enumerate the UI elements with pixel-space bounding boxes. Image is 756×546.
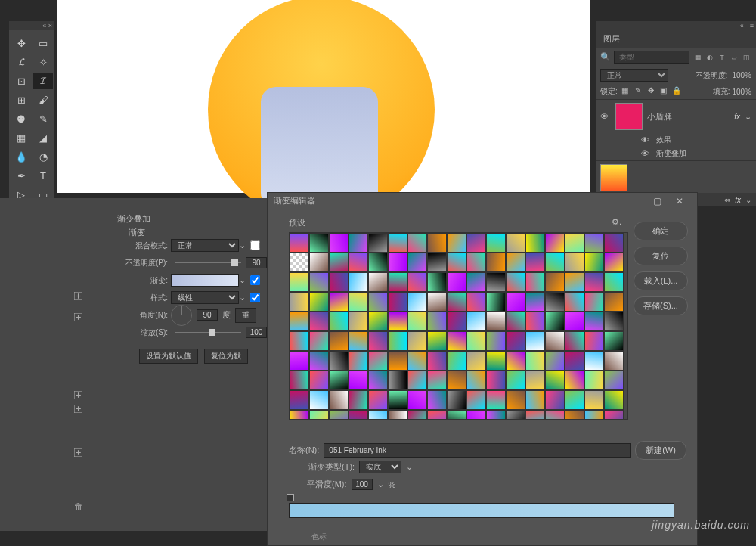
preset-swatch[interactable]	[427, 233, 447, 253]
collapse-icon[interactable]: «	[740, 22, 744, 29]
preset-swatch[interactable]	[506, 312, 525, 331]
lasso-tool[interactable]: 𝓛	[11, 54, 31, 70]
preset-swatch[interactable]	[545, 272, 565, 292]
preset-swatch[interactable]	[329, 312, 349, 331]
lock-brush-icon[interactable]: ✎	[633, 86, 643, 97]
preset-swatch[interactable]	[309, 272, 329, 292]
gradient-bar[interactable]	[289, 503, 674, 518]
chevron-down-icon[interactable]: ⌄	[406, 462, 413, 472]
preset-swatch[interactable]	[407, 233, 427, 253]
preset-swatch[interactable]	[290, 371, 309, 390]
preset-swatch[interactable]	[545, 351, 565, 371]
preset-swatch[interactable]	[329, 390, 349, 410]
preset-swatch[interactable]	[447, 351, 466, 371]
preset-swatch[interactable]	[309, 410, 329, 420]
preset-swatch[interactable]	[388, 331, 407, 351]
dodge-tool[interactable]: ◔	[33, 148, 53, 165]
gradient-tool[interactable]: ▦	[11, 129, 31, 146]
preset-swatch[interactable]	[447, 253, 466, 272]
preset-swatch[interactable]	[368, 390, 388, 410]
new-button[interactable]: 新建(W)	[635, 441, 686, 460]
preset-swatch[interactable]	[309, 233, 329, 253]
preset-swatch[interactable]	[407, 351, 427, 371]
preset-swatch[interactable]	[349, 292, 368, 312]
eraser-tool[interactable]: ◢	[33, 129, 53, 146]
layers-tab[interactable]: 图层	[596, 30, 756, 48]
preset-swatch[interactable]	[427, 331, 447, 351]
dialog-titlebar[interactable]: 渐变编辑器 ▢ ✕	[268, 193, 697, 209]
preset-swatch[interactable]	[466, 331, 486, 351]
preset-swatch[interactable]	[486, 410, 506, 420]
preset-swatch[interactable]	[368, 410, 388, 420]
filter-type-icon[interactable]: T	[717, 52, 727, 63]
preset-swatch[interactable]	[309, 371, 329, 390]
ok-button[interactable]: 确定	[634, 222, 688, 240]
preset-swatch[interactable]	[290, 292, 309, 312]
lock-position-icon[interactable]: ✥	[646, 86, 656, 97]
preset-swatch[interactable]	[506, 390, 525, 410]
preset-swatch[interactable]	[290, 351, 309, 371]
preset-swatch[interactable]	[407, 253, 427, 272]
healing-tool[interactable]: ✎	[33, 110, 53, 127]
preset-swatch[interactable]	[368, 253, 388, 272]
preset-swatch[interactable]	[506, 371, 525, 390]
preset-swatch[interactable]	[466, 410, 486, 420]
blur-tool[interactable]: 💧	[11, 148, 31, 165]
preset-swatch[interactable]	[565, 312, 584, 331]
opacity-slider[interactable]	[175, 262, 241, 263]
preset-swatch[interactable]	[447, 272, 466, 292]
preset-swatch[interactable]	[565, 331, 584, 351]
preset-swatch[interactable]	[604, 233, 624, 253]
preset-swatch[interactable]	[427, 312, 447, 331]
preset-swatch[interactable]	[565, 410, 584, 420]
chevron-down-icon[interactable]: ⌄	[745, 112, 751, 122]
preset-swatch[interactable]	[604, 351, 624, 371]
preset-swatch[interactable]	[604, 272, 624, 292]
preset-swatch[interactable]	[466, 371, 486, 390]
preset-swatch[interactable]	[368, 371, 388, 390]
preset-swatch[interactable]	[349, 272, 368, 292]
preset-swatch[interactable]	[486, 331, 506, 351]
preset-swatch[interactable]	[604, 292, 624, 312]
preset-swatch[interactable]	[349, 410, 368, 420]
gradient-style-select[interactable]: 线性	[171, 291, 239, 304]
layer-item-shield[interactable]: 👁 小盾牌 fx ⌄	[596, 99, 756, 133]
preset-swatch[interactable]	[368, 351, 388, 371]
preset-swatch[interactable]	[290, 272, 309, 292]
crop-tool[interactable]: ⊡	[11, 73, 31, 89]
preset-swatch[interactable]	[565, 272, 584, 292]
preset-swatch[interactable]	[466, 351, 486, 371]
preset-swatch[interactable]	[329, 233, 349, 253]
preset-swatch[interactable]	[466, 253, 486, 272]
save-button[interactable]: 存储(S)...	[634, 296, 688, 315]
preset-swatch[interactable]	[290, 312, 309, 331]
preset-swatch[interactable]	[506, 272, 525, 292]
layer-item-2[interactable]	[596, 160, 756, 194]
preset-swatch[interactable]	[407, 292, 427, 312]
preset-swatch[interactable]	[427, 371, 447, 390]
cancel-button[interactable]: 复位	[634, 247, 688, 265]
preset-swatch[interactable]	[309, 331, 329, 351]
blend-mode-select[interactable]: 正常	[171, 239, 239, 252]
preset-swatch[interactable]	[309, 312, 329, 331]
preset-swatch[interactable]	[349, 253, 368, 272]
preset-swatch[interactable]	[545, 331, 565, 351]
load-button[interactable]: 载入(L)...	[634, 271, 688, 290]
reverse-checkbox[interactable]	[250, 275, 260, 285]
preset-swatch[interactable]	[309, 292, 329, 312]
preset-swatch[interactable]	[584, 312, 604, 331]
preset-swatch[interactable]	[427, 390, 447, 410]
preset-swatch[interactable]	[604, 331, 624, 351]
preset-swatch[interactable]	[290, 233, 309, 253]
preset-swatch[interactable]	[525, 272, 545, 292]
reset-angle-button[interactable]: 重	[235, 308, 256, 323]
preset-swatch[interactable]	[604, 312, 624, 331]
preset-swatch[interactable]	[584, 351, 604, 371]
chevron-down-icon[interactable]: ⌄	[745, 196, 751, 204]
layers-panel-header[interactable]: «≡	[596, 21, 756, 30]
preset-swatch[interactable]	[447, 410, 466, 420]
preset-swatch[interactable]	[309, 390, 329, 410]
gradient-type-select[interactable]: 实底	[359, 461, 401, 473]
preset-swatch[interactable]	[545, 371, 565, 390]
preset-swatch[interactable]	[525, 331, 545, 351]
